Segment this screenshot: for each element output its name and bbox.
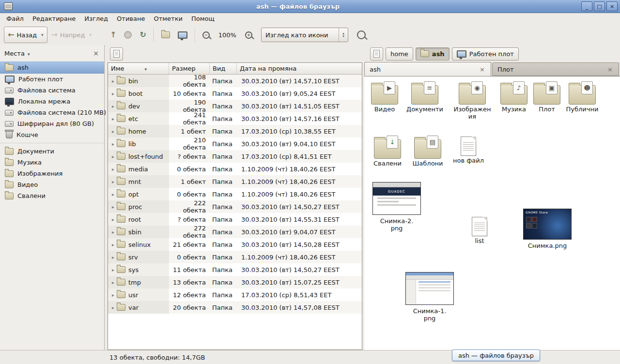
column-header-type[interactable]: Вид bbox=[210, 63, 237, 75]
expander-icon[interactable] bbox=[110, 192, 116, 197]
tab-ash[interactable]: ash × bbox=[364, 62, 491, 76]
tab-close-button[interactable]: × bbox=[606, 66, 614, 73]
expander-icon[interactable] bbox=[110, 242, 116, 247]
path-button-ash[interactable]: ash bbox=[416, 47, 450, 61]
sidebar-item-trash[interactable]: Кошче bbox=[0, 129, 104, 140]
table-row[interactable]: bin108 обектаПапка30.03.2010 (вт) 14,57,… bbox=[108, 75, 362, 87]
home-button[interactable] bbox=[157, 27, 174, 43]
menu-file[interactable]: Файл bbox=[2, 14, 28, 23]
tab-plot[interactable]: Плот × bbox=[492, 62, 619, 76]
reload-button[interactable]: ↻ bbox=[136, 27, 150, 43]
expander-icon[interactable] bbox=[110, 179, 116, 184]
sidebar-item-network[interactable]: Локална мрежа bbox=[0, 96, 104, 107]
table-row[interactable]: media0 обектаПапка1.10.2009 (чт) 18,40,2… bbox=[108, 163, 362, 175]
column-header-date[interactable]: Дата на промяна bbox=[237, 63, 362, 75]
icon-item-downloads[interactable]: ↓ Свалени bbox=[367, 135, 408, 167]
view-mode-select[interactable]: Изглед като икони bbox=[261, 28, 348, 42]
close-button[interactable]: × bbox=[606, 1, 618, 11]
column-header-name[interactable]: Име bbox=[108, 63, 169, 75]
menu-edit[interactable]: Редактиране bbox=[28, 14, 80, 23]
table-row[interactable]: home1 обектПапка17.03.2010 (ср) 10,38,55… bbox=[108, 125, 362, 137]
location-entry-toggle-button[interactable] bbox=[370, 47, 383, 61]
sidebar-item-downloads[interactable]: Свалени bbox=[0, 190, 104, 201]
expander-icon[interactable] bbox=[110, 154, 116, 159]
icon-item-pictures[interactable]: ◉ Изображения bbox=[452, 80, 493, 121]
sidebar-item-desktop[interactable]: Работен плот bbox=[0, 74, 104, 85]
sidebar-item-filesystem[interactable]: Файлова система bbox=[0, 85, 104, 96]
expander-icon[interactable] bbox=[110, 141, 116, 147]
sidebar-close-button[interactable] bbox=[92, 49, 100, 57]
path-button-home[interactable]: home bbox=[386, 47, 413, 61]
expander-icon[interactable] bbox=[110, 129, 116, 134]
table-row[interactable]: selinux21 обектаПапка30.03.2010 (вт) 14,… bbox=[108, 238, 362, 251]
sidebar-item-pictures[interactable]: Изображения bbox=[0, 168, 104, 179]
sidebar-item-music[interactable]: Музика bbox=[0, 157, 104, 168]
expander-icon[interactable] bbox=[110, 217, 116, 222]
expander-icon[interactable] bbox=[110, 292, 116, 298]
menu-help[interactable]: Помощ bbox=[187, 14, 219, 23]
table-row[interactable]: dev190 обектаПапка30.03.2010 (вт) 14,51,… bbox=[108, 100, 362, 112]
location-entry-toggle-button[interactable] bbox=[110, 47, 123, 61]
zoom-out-button[interactable]: − bbox=[199, 27, 214, 43]
expander-icon[interactable] bbox=[110, 305, 116, 310]
expander-icon[interactable] bbox=[110, 116, 116, 121]
sidebar-item-encrypted-80gb[interactable]: Шифриран дял (80 GB) bbox=[0, 118, 104, 129]
icon-item-videos[interactable]: ▶ Видео bbox=[364, 80, 405, 113]
table-row[interactable]: lib210 обектаПапка30.03.2010 (вт) 9,04,1… bbox=[108, 137, 362, 150]
expander-icon[interactable] bbox=[110, 91, 116, 96]
icon-view[interactable]: ▶ Видео ≡ Документи ◉ Изображения ♪ Музи… bbox=[364, 76, 620, 350]
menu-go[interactable]: Отиване bbox=[112, 14, 149, 23]
icon-item-public[interactable]: ☻ Публични bbox=[562, 80, 603, 113]
table-row[interactable]: opt0 обектаПапка1.10.2009 (чт) 18,40,26 … bbox=[108, 188, 362, 200]
icon-item-snimka2[interactable]: GUADEC Снимка-2.png bbox=[372, 182, 421, 232]
sidebar-item-videos[interactable]: Видео bbox=[0, 179, 104, 190]
combo-spinner-icon[interactable] bbox=[339, 28, 348, 42]
menu-bookmarks[interactable]: Отметки bbox=[149, 14, 186, 23]
icon-item-documents[interactable]: ≡ Документи bbox=[404, 80, 445, 113]
maximize-button[interactable]: □ bbox=[594, 1, 605, 11]
icon-item-new-file[interactable]: нов файл bbox=[448, 135, 489, 165]
tab-close-button[interactable]: × bbox=[479, 66, 486, 73]
path-button-desktop[interactable]: Работен плот bbox=[452, 47, 519, 61]
expander-icon[interactable] bbox=[110, 255, 116, 260]
table-row[interactable]: lost+found? обектаПапка17.03.2010 (ср) 8… bbox=[108, 150, 362, 163]
expander-icon[interactable] bbox=[110, 204, 116, 210]
expander-icon[interactable] bbox=[110, 229, 116, 235]
menu-view[interactable]: Изглед bbox=[80, 14, 112, 23]
column-header-size[interactable]: Размер bbox=[169, 63, 210, 75]
expander-icon[interactable] bbox=[110, 167, 116, 172]
table-row[interactable]: mnt1 обектПапка1.10.2009 (чт) 18,40,26 E… bbox=[108, 175, 362, 188]
expander-icon[interactable] bbox=[110, 78, 116, 84]
icon-item-snimka1[interactable]: Снимка-1.png bbox=[405, 272, 454, 322]
table-row[interactable]: usr12 обектаПапка17.03.2010 (ср) 8,51,43… bbox=[108, 288, 362, 301]
sidebar-mode-select[interactable]: Места bbox=[4, 50, 30, 57]
table-row[interactable]: proc222 обектаПапка30.03.2010 (вт) 14,50… bbox=[108, 200, 362, 213]
taskbar-window-button[interactable]: ash — файлов браузър bbox=[452, 349, 540, 361]
table-row[interactable]: etc241 обектаПапка30.03.2010 (вт) 14,57,… bbox=[108, 112, 362, 125]
table-row[interactable]: tmp13 обектаПапка30.03.2010 (вт) 15,07,2… bbox=[108, 276, 362, 288]
window-menu-icon[interactable] bbox=[4, 2, 13, 10]
zoom-in-button[interactable]: + bbox=[241, 27, 256, 43]
icon-item-list[interactable]: list bbox=[459, 215, 500, 245]
search-button[interactable] bbox=[353, 27, 370, 43]
table-row[interactable]: sbin272 обектаПапка30.03.2010 (вт) 9,04,… bbox=[108, 226, 362, 238]
icon-item-snimka[interactable]: GNOME Store Снимка.png bbox=[522, 209, 573, 250]
icon-item-desktop[interactable]: ▣ Плот bbox=[527, 80, 567, 113]
minimize-button[interactable]: _ bbox=[581, 1, 592, 11]
table-row[interactable]: boot10 обектаПапка30.03.2010 (вт) 9,05,2… bbox=[108, 87, 362, 100]
back-button[interactable]: ← Назад bbox=[4, 27, 47, 43]
computer-button[interactable] bbox=[174, 27, 191, 43]
sidebar-item-ash[interactable]: ash bbox=[0, 61, 104, 74]
table-row[interactable]: var20 обектаПапка30.03.2010 (вт) 14,57,0… bbox=[108, 301, 362, 314]
sidebar-item-documents[interactable]: Документи bbox=[0, 146, 104, 157]
table-row[interactable]: sys11 обектаПапка30.03.2010 (вт) 14,50,2… bbox=[108, 263, 362, 276]
table-row[interactable]: srv0 обектаПапка1.10.2009 (чт) 18,40,26 … bbox=[108, 251, 362, 263]
expander-icon[interactable] bbox=[110, 280, 116, 285]
table-row[interactable]: root? обектаПапка30.03.2010 (вт) 14,55,3… bbox=[108, 213, 362, 226]
up-button[interactable]: ↑ bbox=[106, 27, 120, 43]
expander-icon[interactable] bbox=[110, 104, 116, 109]
sidebar-item-volume-210mb[interactable]: Файлова система (210 MB) bbox=[0, 107, 104, 118]
icon-item-templates[interactable]: ▤ Шаблони bbox=[407, 135, 448, 167]
titlebar[interactable]: ash — файлов браузър _ □ × bbox=[0, 0, 620, 13]
expander-icon[interactable] bbox=[110, 267, 116, 273]
